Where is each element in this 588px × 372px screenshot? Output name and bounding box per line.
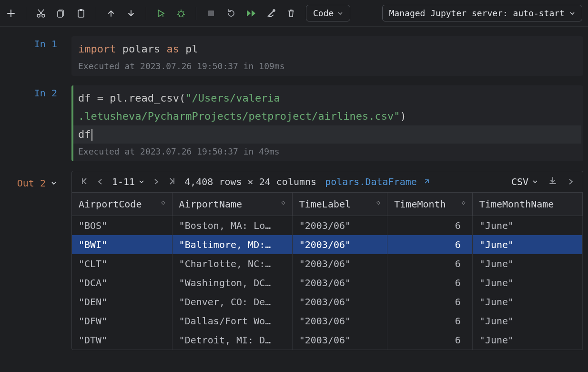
table-cell[interactable]: 6 xyxy=(387,292,473,311)
table-row[interactable]: "DEN""Denver, CO: De…"2003/06"6"June" xyxy=(72,292,583,311)
column-header[interactable]: AirportCode◇ xyxy=(72,193,172,216)
table-cell[interactable]: "DCA" xyxy=(72,273,172,292)
code-line[interactable]: df = pl.read_csv("/Users/valeria xyxy=(78,89,577,107)
table-cell[interactable]: "2003/06" xyxy=(292,254,387,273)
chevron-down-icon xyxy=(337,8,343,18)
prev-page-icon[interactable] xyxy=(97,176,103,187)
table-row[interactable]: "BWI""Baltimore, MD:…"2003/06"6"June" xyxy=(72,235,583,254)
table-cell[interactable]: "Denver, CO: De… xyxy=(172,292,292,311)
svg-rect-4 xyxy=(78,10,84,17)
chevron-down-icon xyxy=(569,8,575,18)
restart-icon[interactable] xyxy=(226,8,236,19)
export-format-dropdown[interactable]: CSV xyxy=(511,176,538,187)
table-cell[interactable]: "June" xyxy=(472,273,582,292)
column-header[interactable]: TimeMonth◇ xyxy=(387,193,473,216)
table-cell[interactable]: "June" xyxy=(472,216,582,236)
execution-meta: Executed at 2023.07.26 19:50:37 in 109ms xyxy=(78,61,577,71)
cell-prompt: Out 2 xyxy=(0,171,71,350)
cut-icon[interactable] xyxy=(36,8,46,19)
cell-prompt: In 2 xyxy=(0,85,71,171)
add-cell-icon[interactable] xyxy=(6,8,16,19)
cell-in-1[interactable]: In 1 import polars as pl Executed at 202… xyxy=(0,36,588,85)
table-cell[interactable]: 6 xyxy=(387,331,473,350)
table-cell[interactable]: "Dallas/Fort Wo… xyxy=(172,311,292,331)
more-icon[interactable] xyxy=(568,176,574,187)
separator xyxy=(196,7,196,20)
table-cell[interactable]: "2003/06" xyxy=(292,311,387,331)
table-cell[interactable]: 6 xyxy=(387,273,473,292)
run-cell-icon[interactable] xyxy=(156,8,166,19)
table-row[interactable]: "BOS""Boston, MA: Lo…"2003/06"6"June" xyxy=(72,216,583,236)
cell-type-dropdown[interactable]: Code xyxy=(306,5,350,21)
move-down-icon[interactable] xyxy=(126,8,136,19)
page-range-dropdown[interactable]: 1-11 xyxy=(112,176,144,187)
chevron-down-icon[interactable] xyxy=(51,177,57,189)
column-header[interactable]: TimeMonthName xyxy=(472,193,582,216)
table-cell[interactable]: "2003/06" xyxy=(292,216,387,236)
table-cell[interactable]: "DEN" xyxy=(72,292,172,311)
dataframe-output-panel: 1-11 4,408 rows × 24 columns polars.Data… xyxy=(71,171,583,350)
download-icon[interactable] xyxy=(548,176,557,187)
separator xyxy=(26,7,26,20)
sort-icon[interactable]: ◇ xyxy=(161,198,165,206)
column-header[interactable]: TimeLabel◇ xyxy=(292,193,387,216)
table-row[interactable]: "DTW""Detroit, MI: D…"2003/06"6"June" xyxy=(72,331,583,350)
table-row[interactable]: "DCA""Washington, DC…"2003/06"6"June" xyxy=(72,273,583,292)
sort-icon[interactable]: ◇ xyxy=(281,198,285,206)
table-cell[interactable]: "June" xyxy=(472,292,582,311)
table-cell[interactable]: "Washington, DC… xyxy=(172,273,292,292)
copy-icon[interactable] xyxy=(56,8,66,19)
svg-rect-7 xyxy=(208,10,214,16)
table-cell[interactable]: "2003/06" xyxy=(292,273,387,292)
paste-icon[interactable] xyxy=(76,8,86,19)
table-cell[interactable]: "Boston, MA: Lo… xyxy=(172,216,292,236)
debug-icon[interactable] xyxy=(176,8,186,19)
code-box[interactable]: import polars as pl Executed at 2023.07.… xyxy=(71,36,583,76)
jupyter-server-dropdown[interactable]: Managed Jupyter server: auto-start xyxy=(382,5,582,21)
table-cell[interactable]: "June" xyxy=(472,254,582,273)
separator xyxy=(96,7,96,20)
table-row[interactable]: "DFW""Dallas/Fort Wo…"2003/06"6"June" xyxy=(72,311,583,331)
table-cell[interactable]: 6 xyxy=(387,254,473,273)
last-page-icon[interactable] xyxy=(168,176,176,187)
table-cell[interactable]: "DFW" xyxy=(72,311,172,331)
table-cell[interactable]: 6 xyxy=(387,235,473,254)
table-cell[interactable]: "June" xyxy=(472,235,582,254)
delete-icon[interactable] xyxy=(286,8,296,19)
sort-icon[interactable]: ◇ xyxy=(376,198,380,206)
clear-outputs-icon[interactable] xyxy=(266,8,276,19)
dataframe-table-wrap[interactable]: AirportCode◇ AirportName◇ TimeLabel◇ Tim… xyxy=(72,193,583,350)
table-cell[interactable]: "2003/06" xyxy=(292,235,387,254)
dataframe-type-link[interactable]: polars.DataFrame xyxy=(325,176,429,187)
code-line[interactable]: import polars as pl xyxy=(78,40,577,58)
first-page-icon[interactable] xyxy=(81,176,88,187)
code-line[interactable]: .letusheva/PycharmProjects/petproject/ai… xyxy=(78,107,577,125)
table-cell[interactable]: "June" xyxy=(472,331,582,350)
table-cell[interactable]: "Charlotte, NC:… xyxy=(172,254,292,273)
table-cell[interactable]: "2003/06" xyxy=(292,292,387,311)
table-cell[interactable]: 6 xyxy=(387,311,473,331)
notebook: In 1 import polars as pl Executed at 202… xyxy=(0,27,588,350)
table-cell[interactable]: "2003/06" xyxy=(292,331,387,350)
stop-icon[interactable] xyxy=(206,8,216,19)
server-label: Managed Jupyter server: auto-start xyxy=(389,8,565,18)
code-box[interactable]: df = pl.read_csv("/Users/valeria .letush… xyxy=(71,85,583,161)
column-header[interactable]: AirportName◇ xyxy=(172,193,292,216)
table-cell[interactable]: "June" xyxy=(472,311,582,331)
table-cell[interactable]: "BOS" xyxy=(72,216,172,236)
table-row[interactable]: "CLT""Charlotte, NC:…"2003/06"6"June" xyxy=(72,254,583,273)
cell-in-2[interactable]: In 2 df = pl.read_csv("/Users/valeria .l… xyxy=(0,85,588,171)
run-all-icon[interactable] xyxy=(246,8,256,19)
svg-rect-5 xyxy=(80,9,82,11)
table-cell[interactable]: "Detroit, MI: D… xyxy=(172,331,292,350)
cell-out-2: Out 2 1-11 xyxy=(0,171,588,350)
table-cell[interactable]: "DTW" xyxy=(72,331,172,350)
move-up-icon[interactable] xyxy=(106,8,116,19)
next-page-icon[interactable] xyxy=(153,176,160,187)
table-cell[interactable]: "Baltimore, MD:… xyxy=(172,235,292,254)
table-cell[interactable]: "CLT" xyxy=(72,254,172,273)
table-cell[interactable]: "BWI" xyxy=(72,235,172,254)
sort-icon[interactable]: ◇ xyxy=(461,198,465,206)
code-line-current[interactable]: df xyxy=(73,125,581,144)
table-cell[interactable]: 6 xyxy=(387,216,473,236)
